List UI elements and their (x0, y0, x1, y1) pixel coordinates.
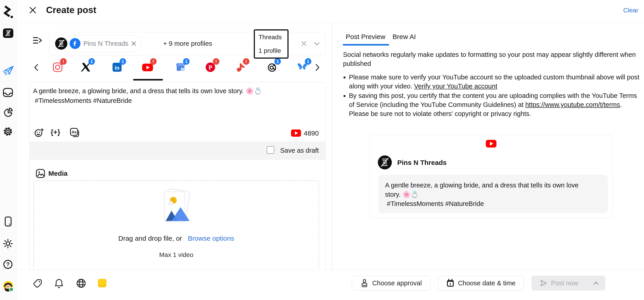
selected-profile-chip[interactable]: Pins N Threads (52, 35, 141, 52)
user-avatar[interactable] (3, 281, 14, 292)
page-title: Create post (46, 5, 96, 15)
inbox-icon[interactable] (3, 88, 13, 97)
mobile-preview-icon[interactable] (4, 217, 13, 226)
media-section-label: Media (48, 170, 68, 177)
char-count: 4890 (304, 130, 319, 137)
drag-drop-row: Drag and drop file, or Browse options (34, 235, 319, 242)
publish-plane-icon[interactable] (2, 65, 14, 76)
tab-google-business[interactable]: G 1 (175, 61, 186, 73)
profile-chip-label: Pins N Threads (84, 40, 128, 47)
first-comment-globe-icon[interactable] (76, 278, 86, 288)
choose-approval-button[interactable]: Choose approval (352, 276, 430, 291)
remove-profile-icon[interactable] (131, 41, 136, 46)
badge: 1 (183, 58, 190, 65)
panel-divider (332, 22, 332, 270)
notice-terms: By saving this post, you certify that th… (349, 91, 640, 118)
badge: ! (150, 58, 156, 65)
preview-post-text: A gentle breeze, a glowing bride, and a … (378, 175, 608, 213)
tab-threads[interactable]: 1 (266, 61, 278, 73)
media-placeholder-illustration (158, 189, 195, 225)
save-draft-checkbox[interactable] (267, 146, 274, 154)
tab-tiktok[interactable]: ! (234, 61, 246, 73)
youtube-notices: Please make sure to verify your YouTube … (349, 73, 640, 119)
snippet-insert-icon[interactable]: {+} (50, 128, 60, 136)
svg-text:G: G (182, 68, 183, 71)
verify-account-link[interactable]: Verify your YouTube account (414, 83, 497, 90)
clear-profiles-icon[interactable] (300, 40, 307, 47)
tab-brew-ai[interactable]: Brew AI (392, 33, 416, 41)
post-text-hashtags: #TimelessMoments #NatureBride (33, 97, 132, 104)
notice-verify: Please make sure to verify your YouTube … (349, 73, 640, 91)
tooltip-title: Threads (258, 34, 284, 41)
choose-datetime-label: Choose date & time (458, 280, 516, 287)
badge: ! (243, 58, 250, 65)
workspace-avatar[interactable] (3, 28, 13, 38)
tab-bluesky[interactable]: 1 (296, 61, 308, 73)
drag-drop-label: Drag and drop file, or (118, 235, 182, 242)
preview-avatar (378, 155, 392, 170)
post-text-line1: A gentle breeze, a glowing bride, and a … (33, 87, 262, 95)
tab-instagram[interactable]: ! (52, 61, 64, 73)
post-now-button[interactable]: Post now (532, 276, 586, 291)
settings-gear-icon[interactable] (3, 126, 13, 137)
save-draft-label: Save as draft (280, 147, 319, 154)
send-icon (540, 279, 547, 287)
labels-tag-icon[interactable] (33, 279, 42, 288)
help-icon[interactable]: ? (3, 259, 13, 269)
svg-text:P: P (208, 64, 212, 71)
youtube-preview-icon (486, 140, 496, 148)
badge: 1 (120, 58, 126, 65)
svg-text:?: ? (6, 261, 10, 268)
terms-link[interactable]: https://www.youtube.com/t/terms (525, 101, 620, 108)
facebook-icon (69, 38, 81, 49)
post-textarea[interactable]: A gentle breeze, a glowing bride, and a … (33, 86, 316, 106)
chevron-up-icon (593, 281, 599, 285)
theme-sun-icon[interactable] (3, 239, 13, 249)
svg-text:Aa: Aa (72, 130, 76, 134)
chevron-down-icon[interactable] (314, 41, 320, 46)
selected-tab-underline (133, 79, 163, 81)
clear-button[interactable]: Clear (623, 7, 638, 14)
topbar (16, 0, 644, 22)
notification-bell-icon[interactable] (54, 278, 64, 289)
text-on-media-icon[interactable]: Aa (69, 127, 80, 138)
tabs-scroll-right-icon[interactable] (314, 64, 320, 71)
media-section-icon (36, 169, 45, 178)
tooltip-subtitle: 1 profile (258, 47, 284, 54)
sticky-note-icon[interactable] (98, 279, 106, 287)
preview-account-name: Pins N Threads (397, 159, 446, 166)
active-tab-underline (343, 44, 389, 46)
emoji-picker-icon[interactable] (34, 128, 44, 138)
svg-text:1: 1 (449, 282, 451, 286)
tab-x[interactable]: 1 (80, 61, 92, 73)
analytics-pie-icon[interactable] (3, 107, 13, 117)
max-video-label: Max 1 video (34, 251, 319, 259)
badge: ! (60, 58, 67, 65)
preview-line3: #TimelessMoments #NatureBride (385, 200, 484, 207)
approval-stamp-icon (360, 279, 368, 287)
choose-datetime-button[interactable]: 1 Choose date & time (438, 276, 524, 291)
tab-pinterest[interactable]: P ! (204, 61, 216, 73)
youtube-counter-icon (291, 130, 301, 137)
tabs-scroll-left-icon[interactable] (33, 64, 39, 71)
tab-youtube[interactable]: ! (142, 61, 154, 73)
calendar-icon: 1 (446, 279, 454, 287)
brand-logo-icon (3, 5, 13, 19)
preview-disclaimer: Social networks regularly make updates t… (343, 50, 637, 68)
svg-text:in: in (114, 65, 119, 71)
tab-post-preview[interactable]: Post Preview (346, 33, 385, 41)
collapse-panel-icon[interactable] (33, 36, 42, 45)
badge: 1 (88, 58, 95, 65)
post-now-label: Post now (551, 280, 578, 287)
more-profiles-label[interactable]: + 9 more profiles (163, 40, 212, 47)
tab-linkedin[interactable]: in 1 (111, 61, 123, 73)
threads-tooltip: Threads 1 profile (254, 29, 288, 59)
browse-options-link[interactable]: Browse options (188, 235, 234, 242)
close-icon[interactable] (29, 6, 36, 14)
badge: 1 (274, 58, 281, 65)
choose-approval-label: Choose approval (372, 280, 422, 287)
post-options-button[interactable] (586, 276, 605, 291)
badge: ! (213, 58, 220, 65)
badge: 1 (305, 58, 312, 65)
profile-avatar (55, 37, 68, 50)
